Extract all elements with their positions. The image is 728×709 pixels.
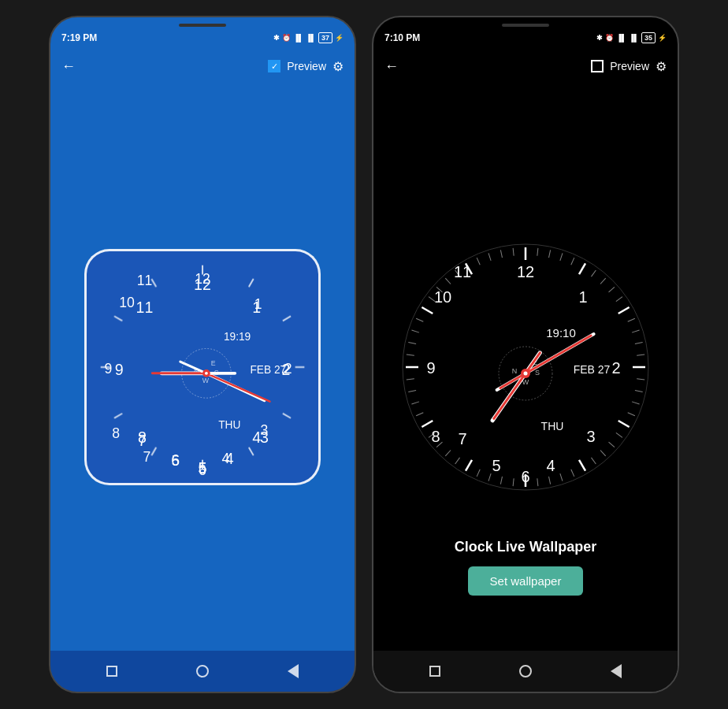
svg-line-59 xyxy=(618,421,630,427)
time-right: 7:10 PM xyxy=(384,32,420,43)
preview-label-left: Preview xyxy=(287,60,326,72)
svg-text:11: 11 xyxy=(454,263,471,280)
svg-line-80 xyxy=(635,391,643,392)
svg-line-78 xyxy=(637,354,644,355)
svg-line-85 xyxy=(600,451,606,456)
phone-content-right: 12 1 2 3 4 5 6 7 9 10 11 8 19:10 FEB 27 … xyxy=(373,84,678,651)
status-bar-left: 7:19 PM ✱ ⏰ ▐▌ ▐▌ 37 ⚡ xyxy=(50,27,355,49)
svg-line-67 xyxy=(537,248,538,256)
svg-line-86 xyxy=(591,458,596,464)
clock-svg-right: 12 1 2 3 4 5 6 7 9 10 11 8 19:10 FEB 27 … xyxy=(399,241,652,493)
preview-label-right: Preview xyxy=(610,60,649,72)
svg-text:FEB 27: FEB 27 xyxy=(574,363,611,376)
top-bar-right-left: ✓ Preview ⚙ xyxy=(268,59,344,74)
svg-line-75 xyxy=(628,318,635,321)
signal1-icon: ▐▌ xyxy=(293,34,303,42)
clock-numbers-left: 12 1 2 3 4 5 6 7 8 9 10 11 19:19 FEB 27 … xyxy=(87,251,318,483)
svg-line-84 xyxy=(609,442,615,447)
svg-line-90 xyxy=(537,478,538,486)
svg-text:4: 4 xyxy=(221,451,229,466)
signal2-icon-r: ▐▌ xyxy=(629,34,639,42)
battery-right: 35 xyxy=(641,32,656,43)
svg-line-77 xyxy=(635,342,643,343)
time-left: 7:19 PM xyxy=(61,32,97,43)
svg-text:12: 12 xyxy=(517,263,534,280)
settings-icon-right[interactable]: ⚙ xyxy=(656,59,667,74)
svg-text:8: 8 xyxy=(431,428,440,445)
svg-line-111 xyxy=(477,258,480,265)
svg-text:8: 8 xyxy=(112,425,120,441)
signal2-icon: ▐▌ xyxy=(306,34,316,42)
back-nav-button-right[interactable] xyxy=(607,662,626,681)
square-icon-left xyxy=(106,666,117,677)
svg-point-53 xyxy=(205,372,208,375)
svg-line-106 xyxy=(416,318,423,321)
svg-text:THU: THU xyxy=(218,419,240,431)
svg-text:7: 7 xyxy=(143,449,151,465)
svg-text:6: 6 xyxy=(199,462,206,478)
svg-text:2: 2 xyxy=(611,359,620,377)
svg-line-112 xyxy=(488,253,491,261)
svg-text:4: 4 xyxy=(546,457,555,474)
svg-line-99 xyxy=(416,413,423,416)
settings-icon-left[interactable]: ⚙ xyxy=(332,59,344,74)
triangle-icon-right xyxy=(611,664,622,678)
signal1-icon-r: ▐▌ xyxy=(616,34,626,42)
back-nav-button-left[interactable] xyxy=(284,662,303,681)
triangle-icon-left xyxy=(288,664,299,678)
svg-line-114 xyxy=(513,248,514,256)
svg-line-102 xyxy=(407,379,414,380)
svg-line-71 xyxy=(591,270,596,277)
home-button-right[interactable] xyxy=(516,662,535,681)
recent-apps-button-left[interactable] xyxy=(102,662,121,681)
svg-line-81 xyxy=(632,402,640,404)
svg-line-142 xyxy=(494,373,526,418)
set-wallpaper-button[interactable]: Set wallpaper xyxy=(468,566,584,596)
svg-line-92 xyxy=(500,477,502,484)
back-button-left[interactable]: ← xyxy=(61,58,76,75)
home-button-left[interactable] xyxy=(193,662,212,681)
svg-text:3: 3 xyxy=(586,428,595,445)
wallpaper-info: Clock Live Wallpaper Set wallpaper xyxy=(373,539,678,596)
svg-text:19:19: 19:19 xyxy=(224,331,251,343)
svg-line-95 xyxy=(455,458,460,464)
svg-text:9: 9 xyxy=(426,359,435,377)
wallpaper-title: Clock Live Wallpaper xyxy=(455,539,596,555)
svg-line-65 xyxy=(422,307,433,314)
svg-text:THU: THU xyxy=(541,420,564,432)
svg-line-103 xyxy=(407,354,414,355)
back-button-right[interactable]: ← xyxy=(384,58,399,75)
svg-line-49 xyxy=(206,373,270,402)
recent-apps-button-right[interactable] xyxy=(425,662,444,681)
charging-icon-r: ⚡ xyxy=(658,34,667,42)
svg-text:10: 10 xyxy=(119,295,135,310)
svg-line-70 xyxy=(571,258,574,265)
charging-icon: ⚡ xyxy=(335,34,344,42)
svg-line-83 xyxy=(616,432,622,437)
clock-face-left: 12 1 2 3 4 5 5 6 7 9 11 8 4 12 1 2 xyxy=(84,249,321,485)
svg-point-145 xyxy=(524,372,528,376)
svg-text:11: 11 xyxy=(137,273,153,288)
svg-text:10: 10 xyxy=(434,288,451,306)
circle-icon-left xyxy=(196,665,209,677)
svg-line-73 xyxy=(609,287,615,292)
speaker-left xyxy=(179,24,226,27)
svg-line-57 xyxy=(618,307,630,314)
svg-line-89 xyxy=(549,477,551,484)
svg-text:1: 1 xyxy=(578,288,587,306)
svg-line-96 xyxy=(445,451,451,456)
svg-line-101 xyxy=(408,391,416,392)
svg-text:12: 12 xyxy=(195,271,210,287)
svg-line-105 xyxy=(411,330,419,332)
phone-right: 7:10 PM ✱ ⏰ ▐▌ ▐▌ 35 ⚡ ← Preview ⚙ xyxy=(372,16,679,693)
preview-checkbox-right[interactable] xyxy=(591,60,604,72)
square-icon-right xyxy=(429,666,440,677)
svg-line-68 xyxy=(549,250,551,258)
svg-text:FEB 27: FEB 27 xyxy=(250,364,286,376)
svg-line-72 xyxy=(600,278,606,284)
svg-text:7: 7 xyxy=(458,430,466,447)
svg-line-109 xyxy=(445,278,451,284)
circle-icon-right xyxy=(519,665,532,677)
preview-checkbox-left[interactable]: ✓ xyxy=(268,60,280,72)
svg-line-113 xyxy=(500,250,502,258)
